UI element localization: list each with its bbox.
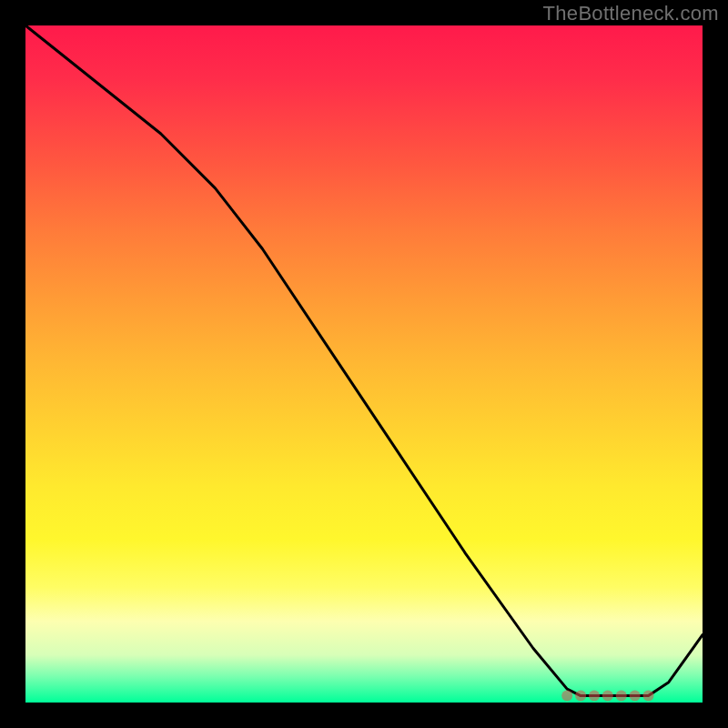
bottleneck-curve-line xyxy=(25,25,703,696)
marker-dot xyxy=(561,691,572,702)
marker-dot xyxy=(630,691,641,702)
marker-dot xyxy=(616,691,627,702)
marker-dot xyxy=(602,691,613,702)
marker-dot xyxy=(575,691,586,702)
marker-dot xyxy=(643,691,654,702)
watermark-text: TheBottleneck.com xyxy=(543,2,719,25)
chart-frame: TheBottleneck.com xyxy=(0,0,728,728)
chart-svg xyxy=(25,25,703,703)
marker-dot xyxy=(589,691,600,702)
